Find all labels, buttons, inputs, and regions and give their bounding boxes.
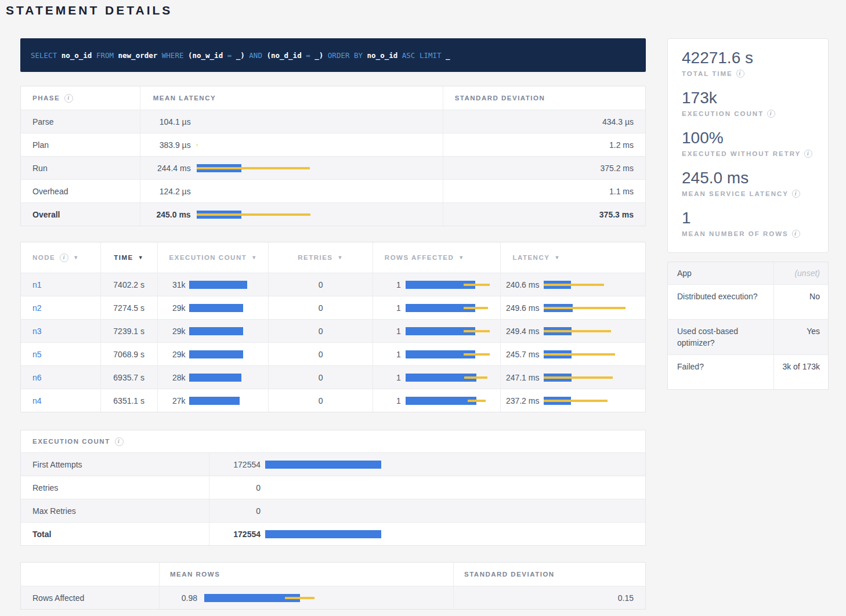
phase-cell: Overhead xyxy=(21,180,140,202)
std-deviation-column-header: STANDARD DEVIATION xyxy=(453,563,645,586)
phase-table-header-row: PHASE i MEAN LATENCY STANDARD DEVIATION xyxy=(21,86,645,110)
count-bar xyxy=(265,507,381,515)
table-row: n4 6351.1 s 27k 0 1 237.2 ms xyxy=(21,389,645,412)
mean-rows-cell: 0.98 xyxy=(159,586,453,609)
side-column: 42271.6 s TOTAL TIMEi 173k EXECUTION COU… xyxy=(667,38,829,390)
retries-cell: 0 xyxy=(268,296,373,319)
time-cell: 7239.1 s xyxy=(100,320,157,342)
count-cell: 0 xyxy=(209,499,645,522)
failed-value: 3k of 173k xyxy=(773,355,828,389)
table-row: Retries 0 xyxy=(21,476,645,499)
mean-rows-column-header: MEAN ROWS xyxy=(159,563,453,586)
row-label: Rows Affected xyxy=(21,586,159,609)
sort-icon[interactable]: ▼ xyxy=(251,255,257,260)
std-dev-cell: 434.3 µs xyxy=(443,110,645,133)
stddev-whisker xyxy=(197,167,310,169)
info-icon[interactable]: i xyxy=(792,190,800,198)
info-icon[interactable]: i xyxy=(736,70,744,78)
row-label: First Attempts xyxy=(21,453,209,476)
sort-icon[interactable]: ▼ xyxy=(458,255,464,260)
execution-count-bar xyxy=(189,397,247,405)
node-link[interactable]: n3 xyxy=(32,327,42,336)
std-deviation-column-header: STANDARD DEVIATION xyxy=(443,86,645,110)
cost-based-optimizer-value: Yes xyxy=(773,320,828,354)
rows-affected-table: MEAN ROWS STANDARD DEVIATION Rows Affect… xyxy=(20,562,646,610)
info-icon[interactable]: i xyxy=(792,230,800,238)
time-cell: 6351.1 s xyxy=(100,389,157,412)
latency-bar xyxy=(544,304,631,312)
rows-affected-cell: 1 xyxy=(373,343,501,365)
info-icon[interactable]: i xyxy=(64,94,73,103)
mean-latency-cell: 124.2 µs xyxy=(140,180,443,202)
execution-count-column-header[interactable]: EXECUTION COUNT ▼ xyxy=(157,242,269,273)
execution-count-cell: 29k xyxy=(157,320,269,342)
table-row: Run 244.4 ms 375.2 ms xyxy=(21,156,645,179)
rows-affected-cell: 1 xyxy=(373,296,501,319)
info-icon[interactable]: i xyxy=(115,437,124,446)
count-cell: 172554 xyxy=(209,523,645,545)
rows-affected-bar xyxy=(406,327,490,335)
node-link[interactable]: n6 xyxy=(32,373,42,382)
info-icon[interactable]: i xyxy=(804,150,812,158)
executed-without-retry-stat: 100% EXECUTED WITHOUT RETRYi xyxy=(682,128,814,168)
node-column-header[interactable]: NODE i ▼ xyxy=(21,242,100,273)
mean-latency-cell: 245.0 ms xyxy=(140,203,443,226)
row-label: Retries xyxy=(21,476,209,499)
mean-latency-cell: 104.1 µs xyxy=(140,110,443,133)
retries-cell: 0 xyxy=(268,343,373,365)
latency-bar xyxy=(197,141,310,149)
sort-icon[interactable]: ▼ xyxy=(73,255,79,260)
rows-affected-bar xyxy=(406,281,490,289)
latency-bar xyxy=(544,350,631,358)
stddev-whisker xyxy=(197,213,310,216)
time-column-header[interactable]: TIME ▼ xyxy=(100,242,157,273)
failed-row: Failed? 3k of 173k xyxy=(668,354,828,389)
latency-bar xyxy=(544,397,631,405)
rows-affected-cell: 1 xyxy=(373,389,501,412)
retries-column-header[interactable]: RETRIES ▼ xyxy=(268,242,373,273)
std-dev-cell: 375.2 ms xyxy=(443,157,645,179)
std-dev-cell: 375.3 ms xyxy=(443,203,645,226)
latency-column-header[interactable]: LATENCY ▼ xyxy=(500,242,645,273)
table-row: n1 7402.2 s 31k 0 1 240.6 ms xyxy=(21,273,645,296)
execution-count-cell: 28k xyxy=(157,366,269,389)
latency-bar xyxy=(544,374,631,382)
time-cell: 7068.9 s xyxy=(100,343,157,365)
sql-statement-box: SELECT no_o_id FROM new_order WHERE (no_… xyxy=(20,38,646,72)
rows-affected-bar xyxy=(406,350,490,358)
sort-icon[interactable]: ▼ xyxy=(138,255,144,260)
statement-details-page: STATEMENT DETAILS SELECT no_o_id FROM ne… xyxy=(0,0,846,616)
info-icon[interactable]: i xyxy=(767,110,775,118)
count-bar xyxy=(265,484,381,492)
latency-cell: 245.7 ms xyxy=(500,343,645,365)
count-bar xyxy=(265,530,381,538)
main-column: SELECT no_o_id FROM new_order WHERE (no_… xyxy=(20,38,646,610)
execution-count-title: EXECUTION COUNT i xyxy=(21,430,209,452)
mean-latency-cell: 244.4 ms xyxy=(140,157,443,179)
latency-cell: 249.4 ms xyxy=(500,320,645,342)
time-cell: 7274.5 s xyxy=(100,296,157,319)
sort-icon[interactable]: ▼ xyxy=(554,255,560,260)
table-row: n6 6935.7 s 28k 0 1 247.1 ms xyxy=(21,365,645,389)
table-row: Overhead 124.2 µs 1.1 ms xyxy=(21,179,645,202)
latency-cell: 240.6 ms xyxy=(500,273,645,296)
node-link[interactable]: n4 xyxy=(32,396,42,405)
info-icon[interactable]: i xyxy=(60,253,68,262)
retries-cell: 0 xyxy=(268,273,373,296)
node-link[interactable]: n5 xyxy=(32,350,42,359)
execution-count-cell: 29k xyxy=(157,343,269,365)
phase-cell: Parse xyxy=(21,110,140,133)
table-row: n3 7239.1 s 29k 0 1 249.4 ms xyxy=(21,319,645,342)
node-link[interactable]: n1 xyxy=(32,280,42,289)
node-stats-table: NODE i ▼ TIME ▼ EXECUTION COUNT ▼ RETRIE… xyxy=(20,242,646,412)
rows-affected-column-header[interactable]: ROWS AFFECTED ▼ xyxy=(373,242,501,273)
empty-header-cell xyxy=(21,563,159,586)
std-dev-cell: 0.15 xyxy=(453,586,645,609)
execution-count-cell: 31k xyxy=(157,273,269,296)
node-link[interactable]: n2 xyxy=(32,303,42,313)
mean-latency-cell: 383.9 µs xyxy=(140,133,443,156)
sort-icon[interactable]: ▼ xyxy=(338,255,344,260)
distributed-execution-value: No xyxy=(773,285,828,319)
rows-affected-cell: 1 xyxy=(373,366,501,389)
mean-service-latency-stat: 245.0 ms MEAN SERVICE LATENCYi xyxy=(682,168,814,208)
